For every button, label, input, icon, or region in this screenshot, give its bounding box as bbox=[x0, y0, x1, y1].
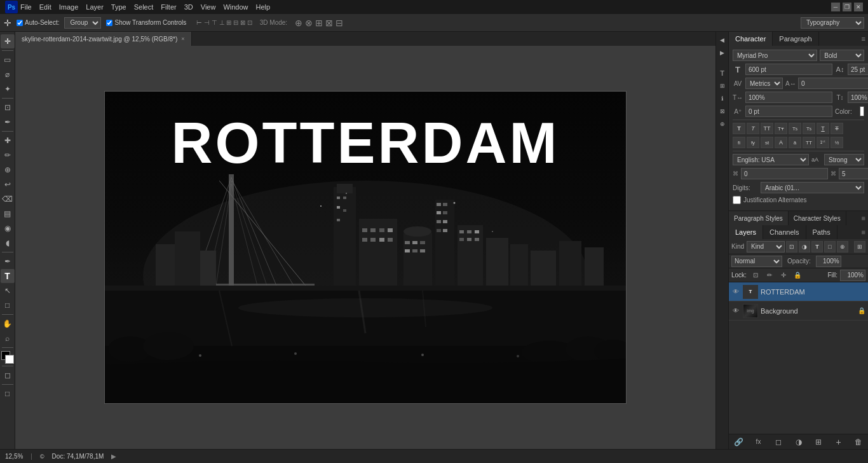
spot-heal-tool[interactable]: ✚ bbox=[1, 134, 15, 148]
panel-expand-btn[interactable]: ▶ bbox=[717, 47, 728, 59]
show-transform-checkbox[interactable] bbox=[106, 20, 112, 26]
panel-menu-btn[interactable]: ≡ bbox=[859, 32, 868, 46]
filter-smart-btn[interactable]: ⊕ bbox=[837, 241, 848, 252]
fractions-btn[interactable]: ½ bbox=[831, 137, 843, 148]
filter-toggle-btn[interactable]: ⊞ bbox=[854, 241, 865, 252]
clone-tool[interactable]: ⊕ bbox=[1, 163, 15, 177]
panel-icon-3[interactable]: ℹ bbox=[717, 93, 728, 104]
swash-btn[interactable]: ā bbox=[789, 137, 801, 148]
filter-type-btn[interactable]: T bbox=[811, 241, 823, 252]
smallcaps-btn[interactable]: Tᴛ bbox=[775, 123, 787, 134]
history-tool[interactable]: ↩ bbox=[1, 177, 15, 191]
font-style-select[interactable]: Bold bbox=[820, 50, 864, 61]
filter-shape-btn[interactable]: □ bbox=[824, 241, 836, 252]
strikethrough-btn[interactable]: T bbox=[831, 123, 843, 134]
bold-btn[interactable]: T bbox=[733, 123, 745, 134]
auto-select-dropdown[interactable]: Group bbox=[64, 17, 101, 29]
layer-visibility-background[interactable]: 👁 bbox=[731, 307, 740, 315]
layer-background[interactable]: 👁 img Background 🔒 bbox=[729, 301, 868, 321]
minimize-button[interactable]: ─ bbox=[831, 3, 840, 11]
italic-btn[interactable]: T bbox=[747, 123, 759, 134]
auto-select-checkbox[interactable] bbox=[17, 20, 23, 26]
language-select[interactable]: English: USA bbox=[733, 154, 809, 165]
gradient-tool[interactable]: ▤ bbox=[1, 207, 15, 221]
kind-select[interactable]: Kind bbox=[747, 241, 785, 252]
shape-tool[interactable]: □ bbox=[1, 298, 15, 312]
leading-input[interactable] bbox=[848, 64, 868, 75]
eyedropper-tool[interactable]: ✒ bbox=[1, 115, 15, 129]
font-family-select[interactable]: Myriad Pro bbox=[733, 50, 817, 61]
tab-character[interactable]: Character bbox=[729, 32, 773, 46]
numeric-input1[interactable] bbox=[741, 168, 828, 179]
menu-edit[interactable]: Edit bbox=[39, 3, 51, 11]
panel-collapse-btn[interactable]: ◀ bbox=[717, 34, 728, 46]
subscript-btn[interactable]: Ts bbox=[803, 123, 815, 134]
oldstyle-btn[interactable]: st bbox=[761, 137, 773, 148]
underline-btn[interactable]: T bbox=[817, 123, 829, 134]
character-styles-tab[interactable]: Character Styles bbox=[789, 211, 846, 225]
dodge-tool[interactable]: ◖ bbox=[1, 236, 15, 250]
panel-icon-1[interactable]: T bbox=[717, 67, 728, 79]
add-style-btn[interactable]: fx bbox=[753, 436, 764, 448]
select-rect-tool[interactable]: ▭ bbox=[1, 53, 15, 67]
font-size-input[interactable] bbox=[745, 64, 832, 75]
ligature-btn[interactable]: fi bbox=[733, 137, 745, 148]
move-tool[interactable]: ✛ bbox=[1, 34, 15, 48]
brush-tool[interactable]: ✏ bbox=[1, 148, 15, 162]
allcaps-btn[interactable]: TT bbox=[761, 123, 773, 134]
menu-select[interactable]: Select bbox=[134, 3, 154, 11]
type-tool[interactable]: T bbox=[1, 269, 15, 283]
add-mask-btn[interactable]: ◻ bbox=[773, 436, 784, 448]
hand-tool[interactable]: ✋ bbox=[1, 317, 15, 331]
baseline-input[interactable] bbox=[745, 106, 832, 117]
workspace-select[interactable]: Typography bbox=[801, 17, 864, 29]
new-group-btn[interactable]: ⊞ bbox=[813, 436, 824, 448]
filter-pixel-btn[interactable]: ⊡ bbox=[786, 241, 797, 252]
layers-menu-btn[interactable]: ≡ bbox=[859, 225, 868, 239]
tab-paragraph[interactable]: Paragraph bbox=[773, 32, 818, 46]
pen-tool[interactable]: ✒ bbox=[1, 254, 15, 268]
blend-mode-select[interactable]: Normal bbox=[731, 256, 782, 267]
zoom-tool[interactable]: ⌕ bbox=[1, 331, 15, 345]
kerning-select[interactable]: Metrics bbox=[745, 78, 783, 89]
filter-adj-btn[interactable]: ◑ bbox=[799, 241, 810, 252]
superscript-btn[interactable]: Ts bbox=[789, 123, 801, 134]
add-adjustment-btn[interactable]: ◑ bbox=[793, 436, 804, 448]
color-swatch[interactable] bbox=[860, 106, 864, 116]
blur-tool[interactable]: ◉ bbox=[1, 221, 15, 235]
lock-position-btn[interactable]: ✛ bbox=[778, 270, 789, 280]
panel-icon-4[interactable]: ⊠ bbox=[717, 106, 728, 117]
delete-layer-btn[interactable]: 🗑 bbox=[853, 436, 864, 448]
menu-filter[interactable]: Filter bbox=[161, 3, 176, 11]
quick-mask-btn[interactable]: ◻ bbox=[1, 368, 15, 382]
tab-close[interactable]: × bbox=[181, 36, 184, 42]
fill-input[interactable] bbox=[840, 270, 865, 281]
ordinals-btn[interactable]: A bbox=[775, 137, 787, 148]
menu-window[interactable]: Window bbox=[223, 3, 248, 11]
layer-visibility-rotterdam[interactable]: 👁 bbox=[731, 287, 740, 296]
v-scale-input[interactable] bbox=[848, 92, 868, 103]
tab-paths[interactable]: Paths bbox=[806, 225, 837, 239]
menu-3d[interactable]: 3D bbox=[184, 3, 193, 11]
discretionary-btn[interactable]: fy bbox=[747, 137, 759, 148]
menu-file[interactable]: File bbox=[20, 3, 32, 11]
lasso-tool[interactable]: ⌀ bbox=[1, 67, 15, 81]
status-arrow[interactable]: ▶ bbox=[111, 453, 116, 460]
screen-mode-btn[interactable]: □ bbox=[1, 387, 15, 401]
path-select-tool[interactable]: ↖ bbox=[1, 284, 15, 298]
tab-layers[interactable]: Layers bbox=[729, 225, 763, 239]
new-layer-btn[interactable]: + bbox=[833, 436, 844, 448]
paragraph-styles-tab[interactable]: Paragraph Styles bbox=[729, 211, 789, 225]
menu-type[interactable]: Type bbox=[111, 3, 126, 11]
titling-btn[interactable]: TT bbox=[803, 137, 815, 148]
numeric-input2[interactable] bbox=[839, 168, 868, 179]
tracking-input[interactable] bbox=[798, 78, 868, 89]
contextual-btn[interactable]: 1ˢᵗ bbox=[817, 137, 829, 148]
panel-icon-2[interactable]: ⊞ bbox=[717, 80, 728, 92]
layer-rotterdam[interactable]: 👁 T ROTTERDAM bbox=[729, 282, 868, 301]
document-tab[interactable]: skyline-rotterdam-2014-zwartwit.jpg @ 12… bbox=[15, 32, 192, 46]
lock-transparent-btn[interactable]: ⊡ bbox=[750, 270, 761, 280]
restore-button[interactable]: ❐ bbox=[843, 3, 851, 11]
menu-image[interactable]: Image bbox=[59, 3, 79, 11]
close-button[interactable]: ✕ bbox=[854, 3, 863, 11]
